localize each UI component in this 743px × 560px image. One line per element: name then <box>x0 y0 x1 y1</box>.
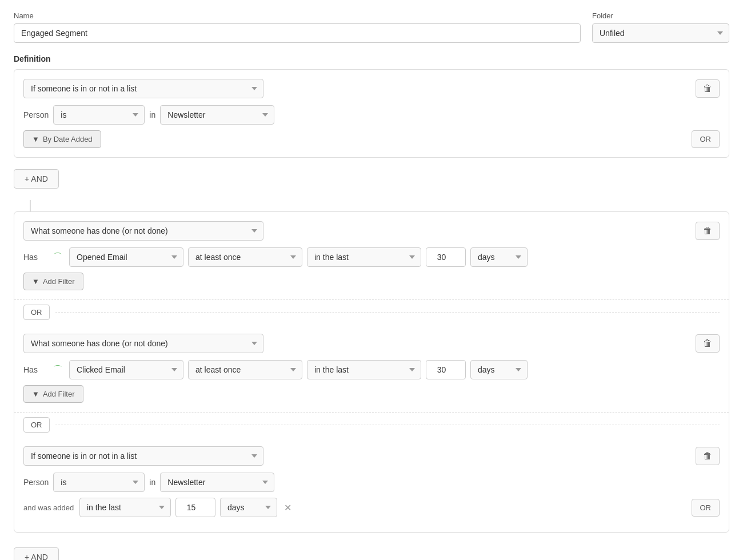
condition-block-4-header: If someone is in or not in a list What s… <box>23 446 720 466</box>
action-select-2[interactable]: Opened Email Clicked Email Received Emai… <box>69 247 183 267</box>
block1-footer: ▼ By Date Added OR <box>23 130 720 148</box>
trash-icon-2: 🗑 <box>703 226 712 235</box>
filter-icon-2: ▼ <box>32 277 39 286</box>
condition-block-2-header: What someone has done (or not done) If s… <box>23 221 720 241</box>
or-line-2-3 <box>55 312 720 313</box>
condition-type-wrapper-2: What someone has done (or not done) If s… <box>23 221 696 241</box>
by-date-added-label: By Date Added <box>43 135 93 143</box>
time-frame-select-4[interactable]: in the last before after <box>79 498 171 517</box>
clicked-email-icon: ⌒ <box>51 363 65 377</box>
has-label-2: Has <box>23 253 46 262</box>
condition-type-select-4[interactable]: If someone is in or not in a list What s… <box>23 446 263 466</box>
or-separator-3-4: OR <box>14 413 729 437</box>
condition-block-1-header: If someone is in or not in a list What s… <box>23 79 720 98</box>
condition-block-3-header: What someone has done (or not done) If s… <box>23 334 720 353</box>
filter-icon-3: ▼ <box>32 390 39 398</box>
name-input[interactable] <box>14 23 581 43</box>
definition-label: Definition <box>14 54 729 63</box>
condition-type-select-1[interactable]: If someone is in or not in a list What s… <box>23 79 263 98</box>
add-filter-label-2: Add Filter <box>43 277 75 286</box>
folder-field-group: Folder Unfiled Main Archive <box>592 11 729 43</box>
action-select-3[interactable]: Opened Email Clicked Email Received Emai… <box>69 360 183 379</box>
condition-block-3: What someone has done (or not done) If s… <box>14 325 729 413</box>
condition-row-4-person: Person is is not in Newsletter Subscribe… <box>23 473 720 492</box>
condition-type-wrapper-3: What someone has done (or not done) If s… <box>23 334 696 353</box>
folder-label: Folder <box>592 11 729 20</box>
filter-icon-1: ▼ <box>32 135 39 143</box>
and-connector-1: + AND <box>14 163 729 194</box>
days-unit-select-4[interactable]: days weeks months <box>220 498 277 517</box>
person-is-select-4[interactable]: is is not <box>53 473 145 492</box>
close-date-filter-button[interactable]: ✕ <box>282 500 294 515</box>
or-separator-2-3: OR <box>14 300 729 325</box>
frequency-select-3[interactable]: at least once zero times exactly <box>188 360 302 379</box>
and-button-2[interactable]: + AND <box>14 547 59 560</box>
add-filter-button-2[interactable]: ▼ Add Filter <box>23 273 83 290</box>
in-label-4: in <box>149 478 155 487</box>
and-button-1[interactable]: + AND <box>14 169 59 189</box>
top-row: Name Folder Unfiled Main Archive <box>14 11 729 43</box>
name-label: Name <box>14 11 581 20</box>
and-button-wrapper-2: + AND <box>14 542 729 560</box>
or-button-1[interactable]: OR <box>692 130 720 148</box>
condition-type-wrapper-4: If someone is in or not in a list What s… <box>23 446 696 466</box>
person-is-select-1[interactable]: is is not <box>53 105 145 125</box>
timeframe-select-2[interactable]: in the last before after <box>307 247 421 267</box>
or-badge-3-4: OR <box>23 417 50 433</box>
folder-select[interactable]: Unfiled Main Archive <box>592 23 729 43</box>
days-input-3[interactable] <box>426 360 466 379</box>
timeframe-select-3[interactable]: in the last before after <box>307 360 421 379</box>
condition-type-select-3[interactable]: What someone has done (or not done) If s… <box>23 334 263 353</box>
delete-block-1-button[interactable]: 🗑 <box>696 79 720 98</box>
days-input-4[interactable] <box>175 498 215 517</box>
days-input-2[interactable] <box>426 247 466 267</box>
condition-block-4: If someone is in or not in a list What s… <box>14 437 729 532</box>
days-unit-select-3[interactable]: days weeks months <box>470 360 528 379</box>
connector-line-1 <box>30 200 31 211</box>
date-added-row: and was added in the last before after d… <box>23 498 294 517</box>
condition-block-1: If someone is in or not in a list What s… <box>14 69 729 158</box>
condition-block-2: What someone has done (or not done) If s… <box>14 212 729 300</box>
or-badge-2-3: OR <box>23 305 50 320</box>
person-label-1: Person <box>23 110 49 119</box>
trash-icon-3: 🗑 <box>703 338 712 348</box>
condition-row-3-has: Has ⌒ Opened Email Clicked Email Receive… <box>23 360 720 379</box>
condition-row-4-date: and was added in the last before after d… <box>23 498 720 517</box>
delete-block-3-button[interactable]: 🗑 <box>696 334 720 353</box>
list-select-4[interactable]: Newsletter Subscribers VIP <box>160 473 274 492</box>
condition-row-1-person: Person is is not in Newsletter Subscribe… <box>23 105 720 125</box>
add-filter-button-3[interactable]: ▼ Add Filter <box>23 385 83 403</box>
condition-row-2-has: Has ⌒ Opened Email Clicked Email Receive… <box>23 247 720 267</box>
delete-block-2-button[interactable]: 🗑 <box>696 222 720 240</box>
condition-type-select-2[interactable]: What someone has done (or not done) If s… <box>23 221 263 241</box>
person-label-4: Person <box>23 478 49 487</box>
by-date-added-button[interactable]: ▼ By Date Added <box>23 130 101 148</box>
add-filter-label-3: Add Filter <box>43 390 75 398</box>
or-button-4[interactable]: OR <box>692 499 720 517</box>
in-label-1: in <box>149 110 155 119</box>
group-block: What someone has done (or not done) If s… <box>14 211 729 533</box>
has-label-3: Has <box>23 365 46 374</box>
opened-email-icon: ⌒ <box>51 250 65 264</box>
frequency-select-2[interactable]: at least once zero times exactly <box>188 247 302 267</box>
delete-block-4-button[interactable]: 🗑 <box>696 447 720 465</box>
name-field-group: Name <box>14 11 581 43</box>
trash-icon-1: 🗑 <box>703 83 712 93</box>
condition-type-wrapper-1: If someone is in or not in a list What s… <box>23 79 696 98</box>
added-label: and was added <box>23 503 75 512</box>
or-line-3-4 <box>55 425 720 425</box>
days-unit-select-2[interactable]: days weeks months <box>470 247 528 267</box>
list-select-1[interactable]: Newsletter Subscribers VIP <box>160 105 274 125</box>
trash-icon-4: 🗑 <box>703 451 712 461</box>
